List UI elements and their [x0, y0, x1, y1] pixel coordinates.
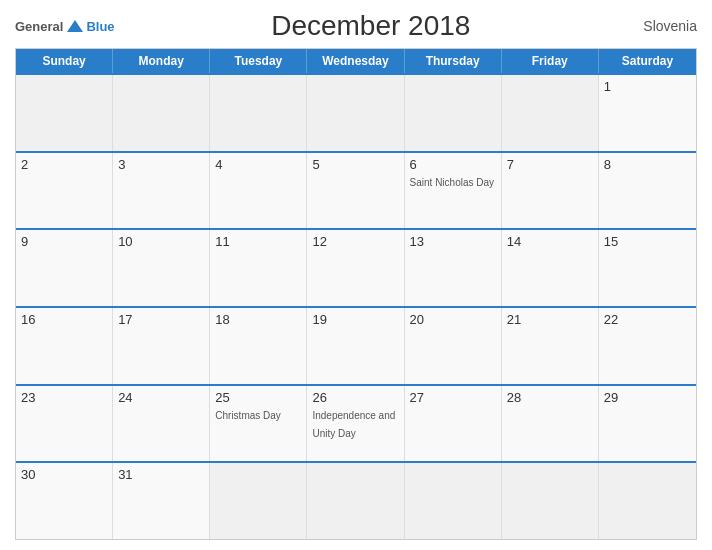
cal-event-label: Christmas Day — [215, 410, 281, 421]
cal-day-number: 4 — [215, 157, 301, 172]
cal-day-number: 29 — [604, 390, 691, 405]
cal-day-number: 31 — [118, 467, 204, 482]
cal-cell: 1 — [599, 75, 696, 151]
cal-header-monday: Monday — [113, 49, 210, 73]
cal-cell — [599, 463, 696, 539]
cal-header-wednesday: Wednesday — [307, 49, 404, 73]
calendar-page: General Blue December 2018 Slovenia Sund… — [0, 0, 712, 550]
cal-header-tuesday: Tuesday — [210, 49, 307, 73]
logo-blue-text: Blue — [86, 19, 114, 34]
cal-cell: 11 — [210, 230, 307, 306]
cal-day-number: 15 — [604, 234, 691, 249]
cal-cell: 19 — [307, 308, 404, 384]
cal-day-number: 17 — [118, 312, 204, 327]
cal-day-number: 9 — [21, 234, 107, 249]
cal-cell — [502, 75, 599, 151]
cal-day-number: 25 — [215, 390, 301, 405]
cal-week-5: 3031 — [16, 461, 696, 539]
cal-day-number: 10 — [118, 234, 204, 249]
cal-cell: 30 — [16, 463, 113, 539]
cal-cell — [405, 463, 502, 539]
cal-day-number: 8 — [604, 157, 691, 172]
cal-day-number: 23 — [21, 390, 107, 405]
cal-day-number: 18 — [215, 312, 301, 327]
cal-week-2: 9101112131415 — [16, 228, 696, 306]
cal-cell: 26Independence and Unity Day — [307, 386, 404, 462]
cal-cell: 5 — [307, 153, 404, 229]
cal-cell: 22 — [599, 308, 696, 384]
cal-day-number: 20 — [410, 312, 496, 327]
cal-day-number: 22 — [604, 312, 691, 327]
calendar-header-row: SundayMondayTuesdayWednesdayThursdayFrid… — [16, 49, 696, 73]
cal-day-number: 28 — [507, 390, 593, 405]
logo-icon — [65, 18, 85, 34]
cal-header-friday: Friday — [502, 49, 599, 73]
cal-cell: 16 — [16, 308, 113, 384]
cal-header-thursday: Thursday — [405, 49, 502, 73]
cal-cell: 31 — [113, 463, 210, 539]
cal-cell: 21 — [502, 308, 599, 384]
cal-header-saturday: Saturday — [599, 49, 696, 73]
cal-day-number: 14 — [507, 234, 593, 249]
cal-cell: 18 — [210, 308, 307, 384]
cal-cell: 4 — [210, 153, 307, 229]
cal-cell: 29 — [599, 386, 696, 462]
cal-cell: 9 — [16, 230, 113, 306]
cal-cell — [210, 463, 307, 539]
cal-cell: 25Christmas Day — [210, 386, 307, 462]
calendar: SundayMondayTuesdayWednesdayThursdayFrid… — [15, 48, 697, 540]
cal-week-1: 23456Saint Nicholas Day78 — [16, 151, 696, 229]
cal-cell: 20 — [405, 308, 502, 384]
cal-day-number: 7 — [507, 157, 593, 172]
cal-cell — [210, 75, 307, 151]
cal-cell: 13 — [405, 230, 502, 306]
cal-day-number: 6 — [410, 157, 496, 172]
cal-cell: 10 — [113, 230, 210, 306]
country-label: Slovenia — [627, 18, 697, 34]
cal-cell: 24 — [113, 386, 210, 462]
cal-day-number: 21 — [507, 312, 593, 327]
cal-cell — [113, 75, 210, 151]
cal-cell: 14 — [502, 230, 599, 306]
cal-day-number: 16 — [21, 312, 107, 327]
cal-day-number: 2 — [21, 157, 107, 172]
cal-header-sunday: Sunday — [16, 49, 113, 73]
cal-event-label: Independence and Unity Day — [312, 410, 395, 439]
logo: General Blue — [15, 18, 115, 34]
cal-day-number: 24 — [118, 390, 204, 405]
cal-day-number: 3 — [118, 157, 204, 172]
cal-day-number: 5 — [312, 157, 398, 172]
cal-day-number: 26 — [312, 390, 398, 405]
cal-day-number: 1 — [604, 79, 691, 94]
svg-marker-0 — [67, 20, 83, 32]
cal-cell: 6Saint Nicholas Day — [405, 153, 502, 229]
cal-cell — [307, 75, 404, 151]
cal-day-number: 11 — [215, 234, 301, 249]
cal-day-number: 30 — [21, 467, 107, 482]
cal-cell — [307, 463, 404, 539]
cal-cell: 15 — [599, 230, 696, 306]
cal-day-number: 12 — [312, 234, 398, 249]
cal-cell: 28 — [502, 386, 599, 462]
cal-cell — [405, 75, 502, 151]
cal-cell — [502, 463, 599, 539]
cal-cell — [16, 75, 113, 151]
page-title: December 2018 — [115, 10, 627, 42]
cal-week-4: 232425Christmas Day26Independence and Un… — [16, 384, 696, 462]
cal-cell: 23 — [16, 386, 113, 462]
cal-day-number: 19 — [312, 312, 398, 327]
cal-cell: 2 — [16, 153, 113, 229]
cal-event-label: Saint Nicholas Day — [410, 177, 494, 188]
logo-general-text: General — [15, 19, 63, 34]
cal-cell: 17 — [113, 308, 210, 384]
cal-cell: 7 — [502, 153, 599, 229]
calendar-body: 123456Saint Nicholas Day7891011121314151… — [16, 73, 696, 539]
cal-cell: 8 — [599, 153, 696, 229]
cal-day-number: 13 — [410, 234, 496, 249]
header: General Blue December 2018 Slovenia — [15, 10, 697, 48]
cal-week-0: 1 — [16, 73, 696, 151]
cal-cell: 12 — [307, 230, 404, 306]
cal-day-number: 27 — [410, 390, 496, 405]
cal-cell: 3 — [113, 153, 210, 229]
cal-week-3: 16171819202122 — [16, 306, 696, 384]
